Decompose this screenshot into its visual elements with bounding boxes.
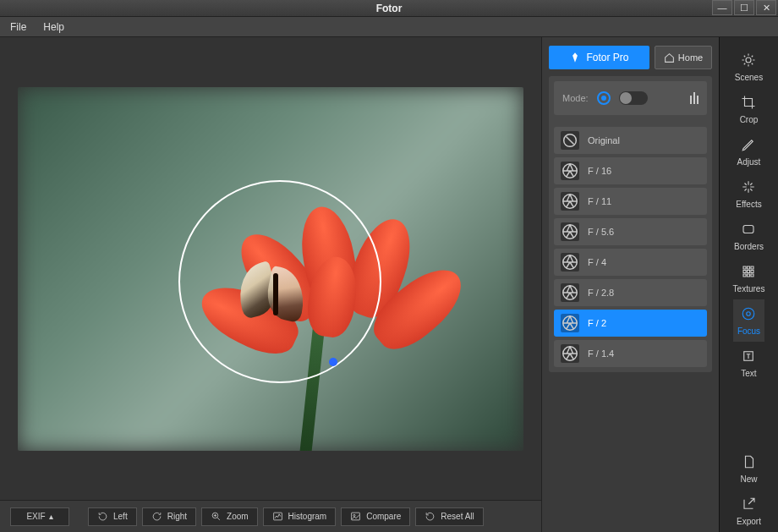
mode-circular-icon[interactable] bbox=[597, 91, 611, 105]
aperture-icon bbox=[561, 314, 579, 332]
sidebar-label: Focus bbox=[737, 326, 760, 336]
sidebar-label: New bbox=[740, 474, 757, 484]
texture-icon bbox=[741, 264, 756, 281]
minimize-button[interactable]: — bbox=[712, 0, 732, 15]
svg-point-3 bbox=[353, 514, 355, 516]
tool-sidebar: ScenesCropAdjustEffectsBordersTexturesFo… bbox=[719, 37, 778, 532]
original-icon bbox=[561, 131, 579, 150]
titlebar: Fotor — ☐ ✕ bbox=[0, 0, 778, 17]
sidebar-label: Export bbox=[737, 517, 761, 526]
sparkle-icon bbox=[741, 179, 756, 196]
up-triangle-icon: ▴ bbox=[49, 512, 53, 521]
sidebar-item-scenes[interactable]: Scenes bbox=[733, 46, 765, 88]
aperture-icon bbox=[561, 222, 579, 241]
fstop-label: F / 2.8 bbox=[588, 288, 614, 298]
crop-icon bbox=[741, 95, 756, 112]
sidebar-item-export[interactable]: Export bbox=[737, 490, 761, 532]
canvas-area: EXIF ▴ Left Right Zoom Histogram Compare… bbox=[0, 37, 541, 532]
text-icon bbox=[741, 348, 756, 365]
focus-center-dot[interactable] bbox=[329, 358, 337, 366]
zoom-button[interactable]: Zoom bbox=[201, 507, 258, 526]
mode-label: Mode: bbox=[562, 93, 589, 103]
app-title: Fotor bbox=[376, 3, 403, 14]
fstop-label: F / 11 bbox=[588, 196, 611, 206]
svg-rect-2 bbox=[352, 513, 360, 520]
close-button[interactable]: ✕ bbox=[756, 0, 776, 15]
fstop-option-6[interactable]: F / 2 bbox=[554, 310, 707, 337]
compare-icon bbox=[350, 511, 361, 522]
sidebar-item-focus[interactable]: Focus bbox=[733, 299, 765, 342]
bottom-toolbar: EXIF ▴ Left Right Zoom Histogram Compare… bbox=[0, 500, 541, 532]
menu-help[interactable]: Help bbox=[43, 21, 64, 33]
menubar: File Help bbox=[0, 17, 778, 37]
options-panel: Fotor Pro Home Mode: OriginalF / 16F / 1… bbox=[541, 37, 719, 532]
fstop-label: F / 1.4 bbox=[588, 348, 614, 359]
reset-icon bbox=[425, 511, 436, 522]
canvas-view[interactable] bbox=[0, 37, 541, 500]
fstop-option-3[interactable]: F / 5.6 bbox=[554, 218, 707, 245]
menu-file[interactable]: File bbox=[10, 21, 26, 33]
rotate-right-icon bbox=[151, 511, 162, 522]
fstop-label: F / 5.6 bbox=[588, 227, 614, 237]
sidebar-item-effects[interactable]: Effects bbox=[733, 173, 765, 215]
sidebar-item-borders[interactable]: Borders bbox=[733, 215, 765, 257]
sidebar-item-text[interactable]: Text bbox=[733, 342, 765, 384]
home-icon bbox=[664, 52, 675, 63]
sidebar-label: Text bbox=[741, 369, 756, 378]
zoom-icon bbox=[211, 511, 222, 522]
fstop-label: F / 4 bbox=[588, 257, 606, 267]
histogram-icon bbox=[272, 511, 283, 522]
rotate-right-button[interactable]: Right bbox=[142, 507, 196, 526]
fstop-label: F / 16 bbox=[588, 166, 611, 176]
home-button[interactable]: Home bbox=[655, 46, 712, 69]
sidebar-label: Scenes bbox=[735, 73, 763, 82]
sun-icon bbox=[741, 52, 756, 69]
target-icon bbox=[741, 306, 756, 323]
fstop-option-5[interactable]: F / 2.8 bbox=[554, 279, 707, 306]
sidebar-label: Textures bbox=[733, 284, 765, 293]
diamond-icon bbox=[569, 52, 581, 63]
border-icon bbox=[741, 222, 756, 239]
sidebar-item-textures[interactable]: Textures bbox=[733, 257, 765, 299]
fotor-pro-button[interactable]: Fotor Pro bbox=[549, 46, 649, 69]
svg-rect-1 bbox=[273, 513, 282, 520]
fstop-option-0[interactable]: Original bbox=[554, 127, 707, 154]
rotate-left-button[interactable]: Left bbox=[88, 507, 137, 526]
fstop-option-2[interactable]: F / 11 bbox=[554, 188, 707, 215]
mode-linear-icon[interactable] bbox=[690, 92, 699, 104]
sidebar-item-new[interactable]: New bbox=[737, 447, 761, 490]
mode-toggle[interactable] bbox=[619, 91, 648, 105]
mode-row: Mode: bbox=[554, 81, 707, 115]
sidebar-item-adjust[interactable]: Adjust bbox=[733, 130, 765, 173]
rotate-left-icon bbox=[97, 511, 108, 522]
focus-options: Mode: OriginalF / 16F / 11F / 5.6F / 4F … bbox=[549, 76, 712, 372]
sidebar-item-crop[interactable]: Crop bbox=[733, 88, 765, 130]
svg-point-15 bbox=[747, 311, 751, 315]
fstop-option-7[interactable]: F / 1.4 bbox=[554, 340, 707, 367]
export-icon bbox=[742, 496, 757, 513]
fstop-label: Original bbox=[588, 135, 620, 145]
aperture-icon bbox=[561, 192, 579, 211]
fstop-label: F / 2 bbox=[588, 318, 606, 328]
sidebar-label: Adjust bbox=[737, 157, 761, 167]
maximize-button[interactable]: ☐ bbox=[734, 0, 754, 15]
fstop-option-1[interactable]: F / 16 bbox=[554, 157, 707, 184]
reset-button[interactable]: Reset All bbox=[415, 507, 483, 526]
aperture-icon bbox=[561, 253, 579, 271]
aperture-icon bbox=[561, 344, 579, 363]
file-icon bbox=[742, 454, 757, 471]
sidebar-label: Crop bbox=[740, 115, 759, 124]
fstop-option-4[interactable]: F / 4 bbox=[554, 249, 707, 276]
svg-point-14 bbox=[743, 308, 755, 320]
svg-rect-13 bbox=[743, 225, 753, 233]
butterfly-graphic bbox=[238, 265, 314, 324]
compare-button[interactable]: Compare bbox=[341, 507, 410, 526]
sidebar-label: Effects bbox=[736, 200, 761, 209]
aperture-icon bbox=[561, 162, 579, 180]
svg-point-12 bbox=[746, 58, 751, 63]
sidebar-label: Borders bbox=[734, 242, 764, 251]
histogram-button[interactable]: Histogram bbox=[263, 507, 337, 526]
exif-button[interactable]: EXIF ▴ bbox=[10, 507, 69, 526]
image-preview[interactable] bbox=[18, 87, 523, 451]
pencil-icon bbox=[741, 137, 756, 154]
